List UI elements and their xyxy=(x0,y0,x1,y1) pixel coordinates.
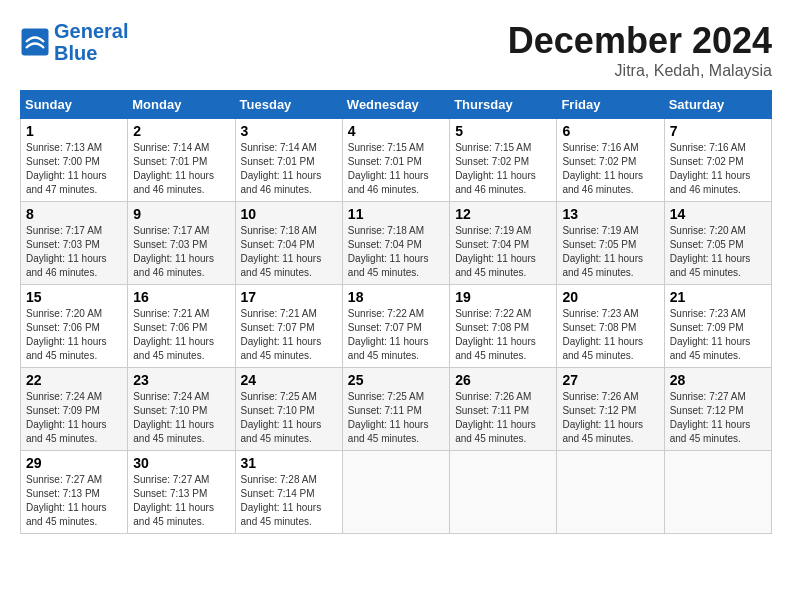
table-row: 27Sunrise: 7:26 AM Sunset: 7:12 PM Dayli… xyxy=(557,368,664,451)
day-info: Sunrise: 7:26 AM Sunset: 7:12 PM Dayligh… xyxy=(562,390,658,446)
day-number: 22 xyxy=(26,372,122,388)
table-row: 13Sunrise: 7:19 AM Sunset: 7:05 PM Dayli… xyxy=(557,202,664,285)
title-section: December 2024 Jitra, Kedah, Malaysia xyxy=(508,20,772,80)
table-row: 17Sunrise: 7:21 AM Sunset: 7:07 PM Dayli… xyxy=(235,285,342,368)
svg-rect-0 xyxy=(22,29,49,56)
col-thursday: Thursday xyxy=(450,91,557,119)
day-info: Sunrise: 7:19 AM Sunset: 7:04 PM Dayligh… xyxy=(455,224,551,280)
day-number: 27 xyxy=(562,372,658,388)
day-info: Sunrise: 7:21 AM Sunset: 7:07 PM Dayligh… xyxy=(241,307,337,363)
day-number: 18 xyxy=(348,289,444,305)
day-info: Sunrise: 7:18 AM Sunset: 7:04 PM Dayligh… xyxy=(241,224,337,280)
day-number: 21 xyxy=(670,289,766,305)
day-info: Sunrise: 7:25 AM Sunset: 7:11 PM Dayligh… xyxy=(348,390,444,446)
logo-icon xyxy=(20,27,50,57)
col-tuesday: Tuesday xyxy=(235,91,342,119)
day-number: 16 xyxy=(133,289,229,305)
day-number: 26 xyxy=(455,372,551,388)
day-number: 28 xyxy=(670,372,766,388)
day-info: Sunrise: 7:20 AM Sunset: 7:06 PM Dayligh… xyxy=(26,307,122,363)
table-row: 9Sunrise: 7:17 AM Sunset: 7:03 PM Daylig… xyxy=(128,202,235,285)
table-row: 1Sunrise: 7:13 AM Sunset: 7:00 PM Daylig… xyxy=(21,119,128,202)
logo-text: General Blue xyxy=(54,20,128,64)
table-row: 12Sunrise: 7:19 AM Sunset: 7:04 PM Dayli… xyxy=(450,202,557,285)
calendar-week-row: 22Sunrise: 7:24 AM Sunset: 7:09 PM Dayli… xyxy=(21,368,772,451)
day-number: 20 xyxy=(562,289,658,305)
day-info: Sunrise: 7:24 AM Sunset: 7:10 PM Dayligh… xyxy=(133,390,229,446)
day-number: 30 xyxy=(133,455,229,471)
day-number: 6 xyxy=(562,123,658,139)
col-friday: Friday xyxy=(557,91,664,119)
day-number: 11 xyxy=(348,206,444,222)
day-info: Sunrise: 7:22 AM Sunset: 7:07 PM Dayligh… xyxy=(348,307,444,363)
day-number: 15 xyxy=(26,289,122,305)
day-info: Sunrise: 7:26 AM Sunset: 7:11 PM Dayligh… xyxy=(455,390,551,446)
day-number: 4 xyxy=(348,123,444,139)
calendar-table: Sunday Monday Tuesday Wednesday Thursday… xyxy=(20,90,772,534)
col-sunday: Sunday xyxy=(21,91,128,119)
table-row xyxy=(664,451,771,534)
table-row: 23Sunrise: 7:24 AM Sunset: 7:10 PM Dayli… xyxy=(128,368,235,451)
day-number: 19 xyxy=(455,289,551,305)
calendar-week-row: 15Sunrise: 7:20 AM Sunset: 7:06 PM Dayli… xyxy=(21,285,772,368)
day-number: 17 xyxy=(241,289,337,305)
table-row: 7Sunrise: 7:16 AM Sunset: 7:02 PM Daylig… xyxy=(664,119,771,202)
calendar-week-row: 29Sunrise: 7:27 AM Sunset: 7:13 PM Dayli… xyxy=(21,451,772,534)
table-row: 18Sunrise: 7:22 AM Sunset: 7:07 PM Dayli… xyxy=(342,285,449,368)
day-info: Sunrise: 7:17 AM Sunset: 7:03 PM Dayligh… xyxy=(26,224,122,280)
table-row: 25Sunrise: 7:25 AM Sunset: 7:11 PM Dayli… xyxy=(342,368,449,451)
day-info: Sunrise: 7:15 AM Sunset: 7:02 PM Dayligh… xyxy=(455,141,551,197)
day-number: 23 xyxy=(133,372,229,388)
logo-line2: Blue xyxy=(54,42,97,64)
logo-line1: General xyxy=(54,20,128,42)
table-row: 26Sunrise: 7:26 AM Sunset: 7:11 PM Dayli… xyxy=(450,368,557,451)
table-row: 5Sunrise: 7:15 AM Sunset: 7:02 PM Daylig… xyxy=(450,119,557,202)
table-row: 24Sunrise: 7:25 AM Sunset: 7:10 PM Dayli… xyxy=(235,368,342,451)
calendar-week-row: 1Sunrise: 7:13 AM Sunset: 7:00 PM Daylig… xyxy=(21,119,772,202)
table-row: 3Sunrise: 7:14 AM Sunset: 7:01 PM Daylig… xyxy=(235,119,342,202)
day-number: 25 xyxy=(348,372,444,388)
table-row: 4Sunrise: 7:15 AM Sunset: 7:01 PM Daylig… xyxy=(342,119,449,202)
calendar-header-row: Sunday Monday Tuesday Wednesday Thursday… xyxy=(21,91,772,119)
day-info: Sunrise: 7:16 AM Sunset: 7:02 PM Dayligh… xyxy=(670,141,766,197)
table-row: 15Sunrise: 7:20 AM Sunset: 7:06 PM Dayli… xyxy=(21,285,128,368)
col-wednesday: Wednesday xyxy=(342,91,449,119)
logo: General Blue xyxy=(20,20,128,64)
table-row: 14Sunrise: 7:20 AM Sunset: 7:05 PM Dayli… xyxy=(664,202,771,285)
day-number: 29 xyxy=(26,455,122,471)
table-row: 20Sunrise: 7:23 AM Sunset: 7:08 PM Dayli… xyxy=(557,285,664,368)
day-info: Sunrise: 7:25 AM Sunset: 7:10 PM Dayligh… xyxy=(241,390,337,446)
col-monday: Monday xyxy=(128,91,235,119)
table-row: 28Sunrise: 7:27 AM Sunset: 7:12 PM Dayli… xyxy=(664,368,771,451)
table-row: 29Sunrise: 7:27 AM Sunset: 7:13 PM Dayli… xyxy=(21,451,128,534)
day-number: 3 xyxy=(241,123,337,139)
table-row: 30Sunrise: 7:27 AM Sunset: 7:13 PM Dayli… xyxy=(128,451,235,534)
day-info: Sunrise: 7:18 AM Sunset: 7:04 PM Dayligh… xyxy=(348,224,444,280)
table-row xyxy=(557,451,664,534)
day-info: Sunrise: 7:15 AM Sunset: 7:01 PM Dayligh… xyxy=(348,141,444,197)
day-info: Sunrise: 7:23 AM Sunset: 7:09 PM Dayligh… xyxy=(670,307,766,363)
table-row: 2Sunrise: 7:14 AM Sunset: 7:01 PM Daylig… xyxy=(128,119,235,202)
day-info: Sunrise: 7:28 AM Sunset: 7:14 PM Dayligh… xyxy=(241,473,337,529)
day-info: Sunrise: 7:24 AM Sunset: 7:09 PM Dayligh… xyxy=(26,390,122,446)
table-row: 31Sunrise: 7:28 AM Sunset: 7:14 PM Dayli… xyxy=(235,451,342,534)
day-info: Sunrise: 7:27 AM Sunset: 7:13 PM Dayligh… xyxy=(133,473,229,529)
table-row: 16Sunrise: 7:21 AM Sunset: 7:06 PM Dayli… xyxy=(128,285,235,368)
day-info: Sunrise: 7:21 AM Sunset: 7:06 PM Dayligh… xyxy=(133,307,229,363)
day-info: Sunrise: 7:14 AM Sunset: 7:01 PM Dayligh… xyxy=(133,141,229,197)
day-number: 2 xyxy=(133,123,229,139)
day-number: 13 xyxy=(562,206,658,222)
day-number: 5 xyxy=(455,123,551,139)
calendar-week-row: 8Sunrise: 7:17 AM Sunset: 7:03 PM Daylig… xyxy=(21,202,772,285)
day-number: 12 xyxy=(455,206,551,222)
table-row: 11Sunrise: 7:18 AM Sunset: 7:04 PM Dayli… xyxy=(342,202,449,285)
day-number: 10 xyxy=(241,206,337,222)
table-row: 22Sunrise: 7:24 AM Sunset: 7:09 PM Dayli… xyxy=(21,368,128,451)
table-row xyxy=(450,451,557,534)
month-title: December 2024 xyxy=(508,20,772,62)
day-number: 31 xyxy=(241,455,337,471)
col-saturday: Saturday xyxy=(664,91,771,119)
table-row: 19Sunrise: 7:22 AM Sunset: 7:08 PM Dayli… xyxy=(450,285,557,368)
day-number: 8 xyxy=(26,206,122,222)
day-info: Sunrise: 7:16 AM Sunset: 7:02 PM Dayligh… xyxy=(562,141,658,197)
